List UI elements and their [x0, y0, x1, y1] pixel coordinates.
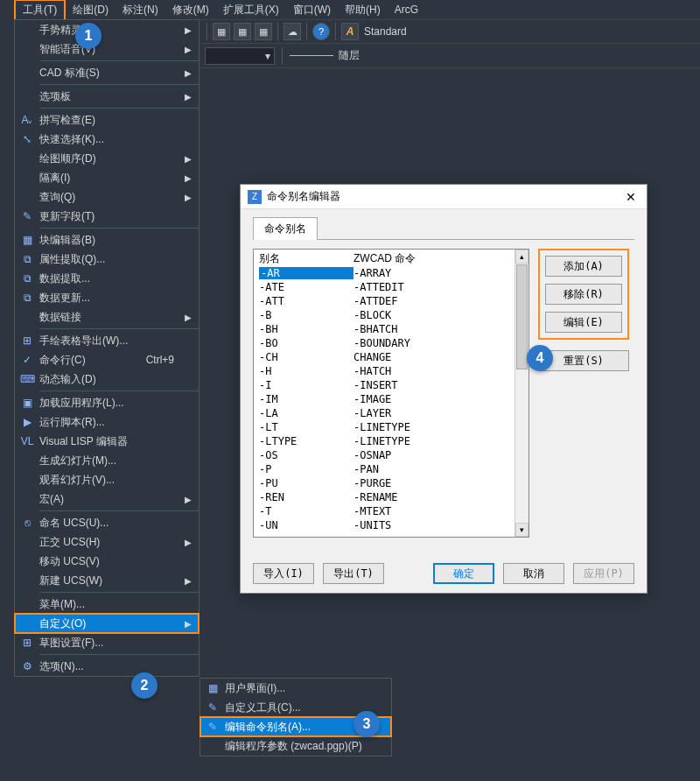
- alias-row[interactable]: -UN-UNITS: [259, 518, 523, 532]
- menu-item[interactable]: 手势精灵▶: [15, 20, 199, 39]
- alias-command: -PURGE: [354, 477, 523, 489]
- alias-name: -PU: [259, 477, 354, 489]
- menu-draw[interactable]: 绘图(D): [66, 1, 116, 19]
- menu-item[interactable]: ⊞手绘表格导出(W)...: [15, 331, 199, 350]
- alias-row[interactable]: -ATE-ATTEDIT: [259, 280, 523, 294]
- alias-row[interactable]: -REN-RENAME: [259, 490, 523, 504]
- menu-item[interactable]: ▣加载应用程序(L)...: [15, 393, 199, 412]
- edit-button[interactable]: 编辑(E): [545, 312, 622, 333]
- alias-row[interactable]: -B-BLOCK: [259, 308, 523, 322]
- submenu-arrow-icon: ▶: [185, 92, 192, 102]
- tool-icon-cloud[interactable]: ☁: [284, 23, 301, 40]
- menu-item[interactable]: 查询(Q)▶: [15, 187, 199, 207]
- scroll-thumb[interactable]: [516, 264, 528, 369]
- menu-item-label: 隔离(I): [39, 171, 199, 186]
- submenu-item[interactable]: ▦用户界面(I)...: [200, 679, 391, 698]
- menu-item[interactable]: ▶运行脚本(R)...: [15, 412, 199, 432]
- menu-item[interactable]: VLVisual LISP 编辑器: [15, 432, 199, 451]
- menu-item[interactable]: 绘图顺序(D)▶: [15, 149, 199, 168]
- import-button[interactable]: 导入(I): [253, 563, 314, 584]
- menu-item[interactable]: ⎋命名 UCS(U)...: [15, 513, 199, 532]
- scroll-up-icon[interactable]: ▴: [515, 250, 528, 264]
- alias-row[interactable]: -H-HATCH: [259, 364, 523, 378]
- menu-item[interactable]: ⧉数据更新...: [15, 288, 199, 307]
- menu-item[interactable]: 自定义(O)▶: [15, 614, 199, 633]
- step-badge-1: 1: [75, 23, 102, 49]
- menu-item[interactable]: ⌨动态输入(D): [15, 369, 199, 389]
- menu-item[interactable]: 新建 UCS(W)▶: [15, 571, 199, 590]
- layer-label[interactable]: 随层: [339, 48, 360, 63]
- export-button[interactable]: 导出(T): [323, 563, 384, 584]
- menu-arc[interactable]: ArcG: [388, 2, 425, 18]
- add-button[interactable]: 添加(A): [545, 256, 622, 277]
- list-header: 别名 ZWCAD 命令: [254, 250, 528, 266]
- menu-item[interactable]: 生成幻灯片(M)...: [15, 451, 199, 470]
- menu-item-label: 数据链接: [39, 310, 199, 325]
- menubar: 工具(T) 绘图(D) 标注(N) 修改(M) 扩展工具(X) 窗口(W) 帮助…: [0, 0, 700, 19]
- alias-row[interactable]: -OS-OSNAP: [259, 448, 523, 462]
- menu-ext[interactable]: 扩展工具(X): [216, 1, 286, 19]
- menu-item[interactable]: ✎更新字段(T): [15, 207, 199, 226]
- alias-row[interactable]: -PU-PURGE: [259, 476, 523, 490]
- alias-row[interactable]: -AR-ARRAY: [259, 266, 523, 280]
- menu-window[interactable]: 窗口(W): [286, 1, 338, 19]
- menu-dim[interactable]: 标注(N): [116, 1, 165, 19]
- cancel-button[interactable]: 取消: [503, 563, 564, 584]
- menu-item[interactable]: 选项板▶: [15, 87, 199, 106]
- alias-row[interactable]: -IM-IMAGE: [259, 392, 523, 406]
- menu-item[interactable]: 观看幻灯片(V)...: [15, 470, 199, 489]
- toolbar-sep: [282, 47, 283, 65]
- menu-item[interactable]: 智能语音(V)▶: [15, 39, 199, 59]
- alias-row[interactable]: -ATT-ATTDEF: [259, 294, 523, 308]
- menu-item[interactable]: 移动 UCS(V): [15, 552, 199, 571]
- apply-button[interactable]: 应用(P): [573, 563, 634, 584]
- menu-item-label: 新建 UCS(W): [39, 573, 199, 588]
- alias-row[interactable]: -P-PAN: [259, 462, 523, 476]
- menu-item[interactable]: ▦块编辑器(B): [15, 230, 199, 250]
- menu-item[interactable]: ⚙选项(N)...: [15, 657, 199, 676]
- scroll-down-icon[interactable]: ▾: [515, 523, 528, 537]
- alias-command: -BOUNDARY: [354, 337, 523, 349]
- menu-item[interactable]: 数据链接▶: [15, 307, 199, 327]
- menu-modify[interactable]: 修改(M): [165, 1, 216, 19]
- help-icon[interactable]: ?: [312, 23, 330, 40]
- menu-help[interactable]: 帮助(H): [338, 1, 388, 19]
- alias-row[interactable]: -LTYPE-LINETYPE: [259, 434, 523, 448]
- step-badge-2: 2: [131, 672, 158, 699]
- menu-item[interactable]: 菜单(M)...: [15, 595, 199, 614]
- remove-button[interactable]: 移除(R): [545, 284, 622, 305]
- tab-alias[interactable]: 命令别名: [253, 217, 318, 240]
- text-style-label[interactable]: Standard: [364, 25, 407, 38]
- menu-item[interactable]: Aᵥ拼写检查(E): [15, 110, 199, 130]
- menu-item[interactable]: ⧉属性提取(Q)...: [15, 250, 199, 269]
- tool-icon-2[interactable]: ▦: [234, 23, 251, 40]
- prop-dropdown[interactable]: ▾: [205, 47, 275, 65]
- close-icon[interactable]: ✕: [622, 190, 640, 204]
- menu-tools[interactable]: 工具(T): [14, 0, 66, 21]
- tool-icon-3[interactable]: ▦: [255, 23, 272, 40]
- alias-row[interactable]: -I-INSERT: [259, 378, 523, 392]
- alias-row[interactable]: -LT-LINETYPE: [259, 420, 523, 434]
- ok-button[interactable]: 确定: [433, 563, 494, 584]
- menu-item-label: 运行脚本(R)...: [39, 415, 199, 430]
- menu-item[interactable]: 宏(A)▶: [15, 489, 199, 509]
- alias-command: -LINETYPE: [354, 421, 523, 433]
- menu-item[interactable]: 正交 UCS(H)▶: [15, 532, 199, 552]
- menu-item[interactable]: ⊞草图设置(F)...: [15, 633, 199, 652]
- alias-command: -ARRAY: [354, 267, 523, 279]
- alias-listbox[interactable]: 别名 ZWCAD 命令 -AR-ARRAY-ATE-ATTEDIT-ATT-AT…: [253, 249, 529, 538]
- menu-item[interactable]: ⤡快速选择(K)...: [15, 130, 199, 149]
- alias-row[interactable]: -BO-BOUNDARY: [259, 336, 523, 350]
- alias-row[interactable]: -BH-BHATCH: [259, 322, 523, 336]
- alias-row[interactable]: -LA-LAYER: [259, 406, 523, 420]
- alias-row[interactable]: -CHCHANGE: [259, 350, 523, 364]
- alias-row[interactable]: -T-MTEXT: [259, 504, 523, 518]
- text-style-icon[interactable]: A: [341, 23, 359, 40]
- menu-item[interactable]: 隔离(I)▶: [15, 168, 199, 187]
- tool-icon-1[interactable]: ▦: [213, 23, 230, 40]
- scrollbar[interactable]: ▴ ▾: [514, 250, 528, 537]
- menu-item[interactable]: CAD 标准(S)▶: [15, 63, 199, 82]
- menu-item[interactable]: ✓命令行(C)Ctrl+9: [15, 350, 199, 369]
- submenu-item[interactable]: 编辑程序参数 (zwcad.pgp)(P): [200, 736, 391, 756]
- menu-item[interactable]: ⧉数据提取...: [15, 269, 199, 288]
